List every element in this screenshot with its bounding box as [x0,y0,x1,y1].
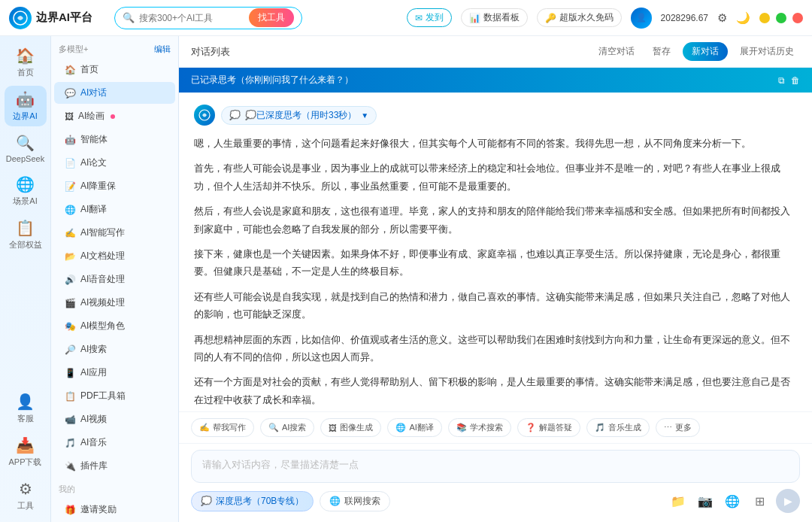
rights-icon: 📋 [16,219,35,237]
tool-image-gen[interactable]: 🖼 图像生成 [320,418,381,437]
sidebar-item-write[interactable]: ✍ AI智能写作 [54,222,175,244]
clear-chat-button[interactable]: 清空对话 [592,43,641,60]
sidebar-item-voice[interactable]: 🔊 AI语音处理 [54,269,175,290]
sidebar-item-paper[interactable]: 📄 AI论文 [54,152,175,174]
nav-item-ai-chat[interactable]: 🤖 边界AI [5,86,47,126]
solve-chip-icon: ❓ [526,423,536,432]
key-icon: 🔑 [545,13,556,23]
sidebar: 多模型+ 编辑 🏠 首页 💬 AI对话 🖼 AI绘画 🤖 智能体 📄 AI论文 … [51,36,179,522]
tool-music[interactable]: 🎵 音乐生成 [586,418,650,437]
sidebar-item-translate[interactable]: 🌐 AI翻译 [54,199,175,220]
search-chip-icon: 🔍 [268,423,279,432]
input-left-controls: 💭 深度思考（70B专线） 🌐 联网搜索 [191,491,390,511]
copy-banner-icon[interactable]: ⧉ [778,75,785,86]
sidebar-item-ai-paint[interactable]: 🖼 AI绘画 [54,105,175,127]
chat-input-controls: 💭 深度思考（70B专线） 🌐 联网搜索 📁 📷 🌐 ⊞ ▶ [191,489,800,513]
maximize-button[interactable] [776,13,786,23]
agent-menu-icon: 🤖 [65,135,76,145]
sidebar-item-model-role[interactable]: 🎭 AI模型角色 [54,315,175,337]
plugins-menu-icon: 🔌 [65,461,76,472]
sidebar-item-pdf[interactable]: 📋 PDF工具箱 [54,385,175,407]
chevron-badge-icon: ▼ [361,111,368,120]
nav-item-maas[interactable]: 🌐 场景AI [5,171,47,211]
settings-icon[interactable]: ⚙ [717,11,727,25]
sidebar-item-doc[interactable]: 📂 AI文档处理 [54,245,175,267]
sidebar-item-plugins[interactable]: 🔌 插件库 [54,455,175,477]
tool-translate[interactable]: 🌐 AI翻译 [387,418,441,437]
history-button[interactable]: 展开对话历史 [734,43,800,60]
nav-item-service[interactable]: 👤 客服 [5,388,47,429]
content-area: 对话列表 清空对话 暂存 新对话 展开对话历史 已记录思考（你刚刚问我了什么来着… [179,36,812,522]
thinking-header: 💭 💭已深度思考（用时33秒） ▼ [194,105,797,126]
sidebar-section-header[interactable]: 多模型+ 编辑 [51,41,178,58]
close-button[interactable] [792,13,803,23]
academic-chip-icon: 📚 [456,423,467,432]
home-menu-icon: 🏠 [65,65,76,75]
save-chat-button[interactable]: 暂存 [647,43,677,60]
send-button[interactable]: ✉ 发到 [407,8,452,27]
nav-item-home[interactable]: 🏠 首页 [5,42,47,83]
download-icon: 📥 [16,436,35,454]
image-upload-button[interactable]: 📷 [695,490,716,511]
grid-button[interactable]: ⊞ [749,490,770,511]
translate-menu-icon: 🌐 [65,205,76,215]
tool-search[interactable]: 🔍 AI搜索 [260,418,314,437]
chat-tools-bar: ✍ 帮我写作 🔍 AI搜索 🖼 图像生成 🌐 AI翻译 📚 学术搜索 ❓ 解 [179,411,812,443]
sidebar-item-home[interactable]: 🏠 首页 [54,59,175,80]
chat-menu-icon: 💬 [65,88,76,99]
nav-item-rights[interactable]: 📋 全部权益 [5,214,47,255]
web-search-icon: 🌐 [329,496,341,506]
user-info: 2028296.67 [661,13,708,23]
pdf-menu-icon: 📋 [65,391,76,402]
sidebar-item-ai-chat[interactable]: 💬 AI对话 [54,82,175,104]
chat-input-placeholder[interactable]: 请输入对话内容，尽量描述清楚一点 [191,450,800,483]
theme-icon[interactable]: 🌙 [736,11,750,25]
search-input[interactable] [139,13,244,23]
my-section: 我的 [51,481,178,498]
send-message-button[interactable]: ▶ [776,489,800,513]
dedup-menu-icon: 📝 [65,181,76,192]
deep-think-button[interactable]: 💭 深度思考（70B专线） [191,491,314,511]
sidebar-item-video-proc[interactable]: 🎬 AI视频处理 [54,292,175,314]
find-tool-button[interactable]: 找工具 [249,8,294,27]
data-panel-button[interactable]: 📊 数据看板 [461,8,528,27]
ai-preview-banner: 已记录思考（你刚刚问我了什么来着？） ⧉ 🗑 [179,68,812,93]
sidebar-item-ai-search[interactable]: 🔎 AI搜索 [54,338,175,360]
sidebar-item-agent[interactable]: 🤖 智能体 [54,129,175,150]
nav-item-download[interactable]: 📥 APP下载 [5,432,47,472]
minimize-button[interactable] [759,13,770,23]
trial-button[interactable]: 🔑 超版水久免码 [537,8,622,27]
music-chip-icon: 🎵 [595,423,605,432]
sidebar-item-dedup[interactable]: 📝 AI降重保 [54,175,175,197]
tool-write[interactable]: ✍ 帮我写作 [191,418,254,437]
search-bar[interactable]: 🔍 找工具 [114,7,302,29]
ai-icon: 🤖 [16,90,35,108]
delete-banner-icon[interactable]: 🗑 [791,75,800,86]
nav-item-tools[interactable]: ⚙ 工具 [5,475,47,516]
logo-icon [9,7,32,29]
main-layout: 🏠 首页 🤖 边界AI 🔍 DeepSeek 🌐 场景AI 📋 全部权益 👤 客… [0,36,812,522]
nav-item-deepseek[interactable]: 🔍 DeepSeek [5,129,47,168]
new-chat-button[interactable]: 新对话 [683,42,728,61]
tool-academic[interactable]: 📚 学术搜索 [448,418,511,437]
file-upload-button[interactable]: 📁 [668,490,689,511]
model-role-menu-icon: 🎭 [65,321,76,332]
sidebar-item-ai-video[interactable]: 📹 AI视频 [54,408,175,430]
tool-solve[interactable]: ❓ 解题答疑 [517,418,580,437]
link-button[interactable]: 🌐 [722,490,743,511]
new-badge [111,114,115,119]
translate-chip-icon: 🌐 [395,423,406,432]
tool-more[interactable]: ⋯ 更多 [656,418,700,437]
chat-toolbar: 对话列表 清空对话 暂存 新对话 展开对话历史 [179,36,812,68]
sidebar-item-ai-music[interactable]: 🎵 AI音乐 [54,432,175,454]
chat-title: 对话列表 [191,45,230,59]
sidebar-item-ai-app[interactable]: 📱 AI应用 [54,362,175,384]
sidebar-item-invite[interactable]: 🎁 邀请奖励 [54,499,175,520]
left-nav: 🏠 首页 🤖 边界AI 🔍 DeepSeek 🌐 场景AI 📋 全部权益 👤 客… [0,36,51,522]
invite-menu-icon: 🎁 [65,505,76,515]
thinking-badge[interactable]: 💭 💭已深度思考（用时33秒） ▼ [221,106,377,125]
web-search-button[interactable]: 🌐 联网搜索 [320,491,390,511]
send-icon: ✉ [415,13,423,23]
paper-menu-icon: 📄 [65,158,76,168]
more-chip-icon: ⋯ [664,423,672,432]
